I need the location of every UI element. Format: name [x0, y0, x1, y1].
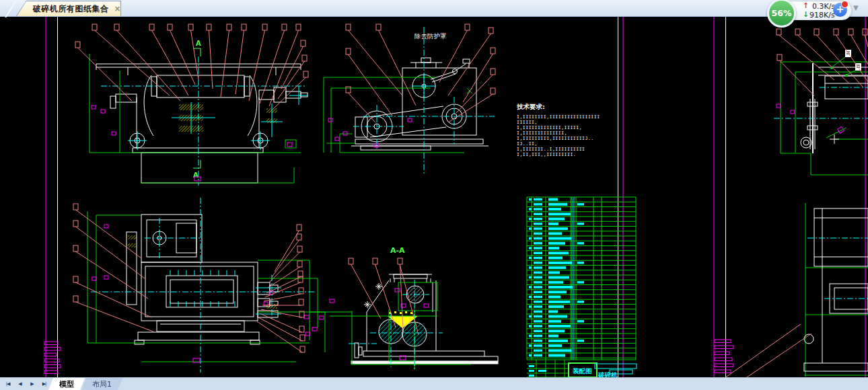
cad-viewer-window: 破碎机所有图纸集合 × ↑ 0.3K/s ↓ 918K/s + 56% ▼	[0, 0, 868, 390]
download-speed: 918K/s	[809, 11, 835, 20]
svg-text:IJ..II,: IJ..II,	[517, 141, 538, 147]
notification-dot	[841, 1, 848, 8]
document-tab[interactable]: 破碎机所有图纸集合 ×	[16, 1, 121, 16]
section-mark-top: A	[196, 40, 201, 47]
drawing-view-right	[717, 29, 868, 378]
overlay-menu-chevron-icon[interactable]: ▼	[853, 4, 859, 11]
nav-prev-button[interactable]: ◀	[15, 379, 25, 389]
upload-arrow-icon: ↑	[803, 1, 809, 10]
drawing-view-top	[73, 198, 352, 373]
sheet-border-lines	[46, 16, 865, 378]
nav-next-button[interactable]: ▶	[27, 379, 37, 389]
frame-text-bars-left	[44, 342, 61, 374]
svg-text:IIIIII,: IIIIII,	[517, 120, 538, 125]
nav-first-button[interactable]: |◀	[3, 379, 13, 389]
tab-layout1[interactable]: 布局1	[81, 378, 122, 390]
parts-list-table: 装配图 破碎机	[527, 197, 637, 378]
tab-close-icon[interactable]: ×	[114, 5, 121, 13]
remove-guard-note: 除去防护罩	[414, 32, 447, 40]
add-task-button[interactable]: +	[833, 3, 847, 17]
tech-requirements-note: 技术要求: I,IIIIIIII,IIIIIIIIIIIIIIIII IIIII…	[516, 103, 600, 157]
tab-model[interactable]: 模型	[48, 378, 85, 390]
svg-text:I,IIIIIII..I,IIIIIIIIII: I,IIIIIII..I,IIIIIIIIII	[517, 147, 585, 152]
svg-text:I,IIIIIIIII,IIIIIIIIIIIJ..: I,IIIIIIIII,IIIIIIIIIIIJ..	[517, 136, 594, 141]
sheet-nav-buttons: |◀ ◀ ▶ ▶|	[0, 378, 52, 390]
document-tab-bar: 破碎机所有图纸集合 ×	[0, 0, 868, 17]
download-arrow-icon: ↓	[803, 10, 809, 19]
nav-last-button[interactable]: ▶|	[39, 379, 49, 389]
svg-text:I,II,III,,IIIIIIIII.: I,II,III,,IIIIIIIII.	[517, 152, 576, 157]
title-block-drawing-type: 装配图	[572, 367, 592, 375]
model-space-canvas[interactable]: A A 除去防护罩	[0, 16, 868, 378]
tab-stub-divider	[5, 0, 17, 17]
drawing-view-front: A A	[75, 24, 308, 186]
section-mark-bottom: A	[193, 171, 198, 179]
document-tab-title: 破碎机所有图纸集合	[33, 3, 109, 15]
drawing-view-section: A-A	[330, 246, 498, 371]
layout-tab-bar: |◀ ◀ ▶ ▶| 模型 布局1	[0, 377, 868, 390]
svg-text:I,IIIIIIII,IIIIIIIIIIIIIIIII: I,IIIIIIII,IIIIIIIIIIIIIIIII	[517, 114, 600, 120]
tech-requirements-title: 技术要求:	[516, 103, 545, 110]
section-view-label: A-A	[390, 246, 405, 255]
download-progress-badge[interactable]: 56%	[767, 0, 796, 28]
frame-text-bars-right	[715, 340, 733, 373]
drawing-view-side: 除去防护罩	[324, 24, 495, 174]
svg-text:I,IIIIIIIIIIIIII,: I,IIIIIIIIIIIIII,	[517, 130, 567, 136]
upload-speed: 0.3K/s	[812, 2, 835, 11]
svg-text:I,IIIIIIIIIIIII,IIIII,: I,IIIIIIIIIIIII,IIIII,	[517, 125, 582, 130]
